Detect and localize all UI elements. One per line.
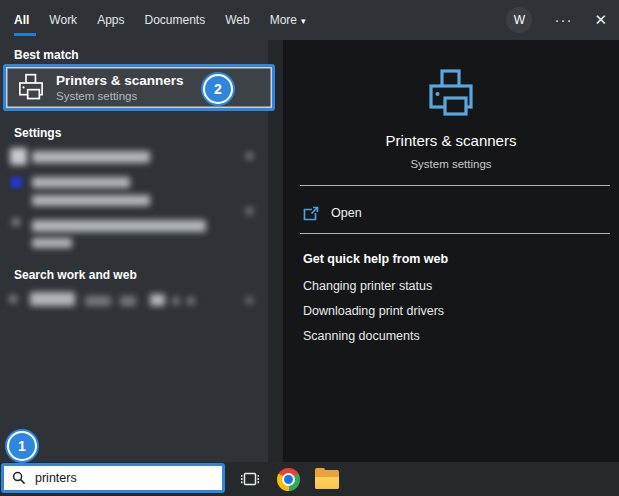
search-work-web-header: Search work and web bbox=[14, 268, 137, 282]
blurred-result-text bbox=[187, 297, 195, 305]
printer-icon-large bbox=[429, 68, 473, 122]
blurred-result-text bbox=[32, 151, 150, 163]
preview-subtitle: System settings bbox=[283, 158, 619, 170]
preview-panel: Printers & scanners System settings Open… bbox=[283, 40, 619, 462]
tab-more-label: More bbox=[270, 13, 297, 27]
chevron-right-icon bbox=[246, 297, 253, 304]
divider bbox=[300, 185, 610, 186]
chrome-icon bbox=[277, 468, 300, 491]
chevron-right-icon bbox=[246, 152, 253, 160]
task-view-button[interactable] bbox=[237, 466, 263, 492]
best-match-subtitle: System settings bbox=[56, 90, 184, 102]
blurred-result-text bbox=[32, 220, 206, 232]
best-match-result-printers-scanners[interactable]: Printers & scanners System settings bbox=[3, 64, 275, 111]
blurred-result-text bbox=[85, 296, 111, 306]
blurred-result-text bbox=[32, 195, 150, 206]
taskbar: printers bbox=[0, 462, 619, 496]
search-filter-bar: All Work Apps Documents Web More▾ W ··· … bbox=[0, 0, 619, 40]
divider bbox=[300, 233, 610, 234]
quick-help-header: Get quick help from web bbox=[303, 252, 448, 266]
blurred-result-text bbox=[120, 296, 136, 306]
chevron-down-icon: ▾ bbox=[301, 16, 306, 26]
tab-web[interactable]: Web bbox=[225, 13, 249, 27]
more-options-icon[interactable]: ··· bbox=[554, 15, 572, 25]
search-query-text: printers bbox=[35, 471, 77, 485]
blurred-result-icon bbox=[10, 148, 27, 165]
blurred-result-icon bbox=[11, 177, 22, 188]
chrome-button[interactable] bbox=[275, 466, 301, 492]
callout-step-1-badge: 1 bbox=[7, 431, 37, 461]
search-flyout-window: All Work Apps Documents Web More▾ W ··· … bbox=[0, 0, 619, 496]
search-results-panel: Best match Printers & scanners System se… bbox=[0, 40, 268, 462]
file-explorer-button[interactable] bbox=[314, 466, 340, 492]
tab-work[interactable]: Work bbox=[49, 13, 77, 27]
tab-apps[interactable]: Apps bbox=[97, 13, 124, 27]
user-avatar[interactable]: W bbox=[506, 7, 532, 33]
printer-icon bbox=[18, 73, 44, 103]
blurred-result-icon bbox=[9, 295, 17, 303]
taskbar-search-input[interactable]: printers bbox=[1, 463, 225, 493]
active-tab-underline bbox=[14, 33, 36, 36]
tab-documents[interactable]: Documents bbox=[144, 13, 205, 27]
filter-tabs: All Work Apps Documents Web More▾ bbox=[14, 0, 306, 40]
callout-step-2-badge: 2 bbox=[203, 74, 233, 104]
blurred-result-text bbox=[172, 297, 180, 305]
settings-header: Settings bbox=[14, 126, 61, 140]
blurred-result-text bbox=[32, 177, 130, 188]
folder-icon bbox=[315, 470, 339, 489]
tab-all[interactable]: All bbox=[14, 13, 29, 27]
task-view-icon bbox=[239, 468, 261, 490]
best-match-title: Printers & scanners bbox=[56, 73, 184, 88]
blurred-result-text bbox=[32, 238, 72, 248]
blurred-result-icon bbox=[12, 218, 20, 226]
search-icon bbox=[12, 471, 26, 485]
help-link-downloading-print-drivers[interactable]: Downloading print drivers bbox=[303, 304, 444, 318]
close-icon[interactable]: ✕ bbox=[594, 11, 607, 29]
open-action[interactable]: Open bbox=[283, 195, 619, 231]
chevron-right-icon bbox=[246, 207, 253, 215]
blurred-result-text bbox=[150, 294, 165, 306]
open-label: Open bbox=[331, 206, 362, 220]
best-match-header: Best match bbox=[14, 48, 79, 62]
help-link-scanning-documents[interactable]: Scanning documents bbox=[303, 329, 420, 343]
tab-more[interactable]: More▾ bbox=[270, 13, 306, 27]
open-launch-icon bbox=[303, 206, 319, 221]
help-link-changing-printer-status[interactable]: Changing printer status bbox=[303, 279, 432, 293]
preview-title: Printers & scanners bbox=[283, 132, 619, 149]
blurred-result-text bbox=[30, 292, 75, 306]
